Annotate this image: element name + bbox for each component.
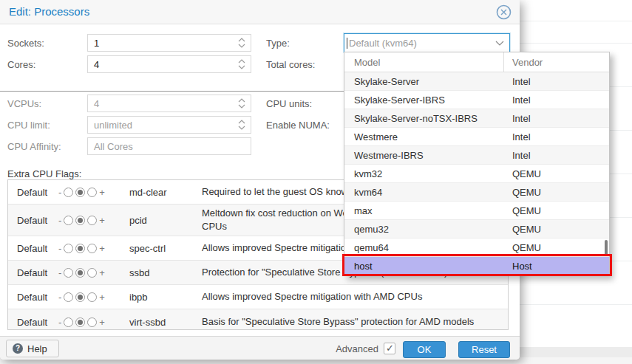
flag-default-radio[interactable]: [75, 317, 85, 327]
slider-plus-label[interactable]: +: [99, 317, 105, 328]
slider-minus-label[interactable]: -: [58, 292, 61, 303]
slider-plus-label[interactable]: +: [99, 187, 105, 198]
flag-state-slider[interactable]: - +: [58, 215, 129, 226]
sockets-field[interactable]: 1: [87, 34, 251, 52]
reset-button[interactable]: Reset: [458, 341, 510, 358]
vcpus-label: VCPUs:: [7, 98, 41, 109]
flag-off-radio[interactable]: [64, 292, 73, 302]
flag-off-radio[interactable]: [64, 317, 73, 327]
advanced-checkbox[interactable]: [384, 343, 395, 354]
model-cell: qemu64: [354, 242, 389, 253]
flag-on-radio[interactable]: [87, 244, 97, 253]
total-cores-label: Total cores:: [266, 59, 315, 70]
spinner-down-icon: [238, 104, 245, 109]
model-cell: Skylake-Server: [354, 76, 419, 87]
vendor-cell: QEMU: [512, 168, 541, 179]
flag-name: spec-ctrl: [129, 243, 202, 254]
flag-on-radio[interactable]: [87, 268, 97, 278]
flag-on-radio[interactable]: [87, 317, 97, 327]
cpu-limit-field[interactable]: unlimited: [87, 116, 251, 134]
model-cell: qemu32: [354, 224, 389, 235]
dropdown-item-kvm32[interactable]: kvm32 QEMU: [344, 165, 609, 183]
flag-default-radio[interactable]: [75, 244, 85, 253]
spinner-down-icon: [238, 126, 245, 130]
dropdown-item-skylake-server-notsx-ibrs[interactable]: Skylake-Server-noTSX-IBRS Intel: [344, 109, 609, 128]
vendor-cell: QEMU: [512, 205, 541, 216]
cpu-affinity-field[interactable]: All Cores: [87, 137, 251, 155]
spinner-up-icon: [238, 59, 245, 63]
cpu-type-dropdown-list: Model Vendor Skylake-Server Intel Skylak…: [344, 52, 610, 276]
slider-plus-label[interactable]: +: [99, 292, 105, 303]
help-button-label: Help: [27, 343, 47, 354]
flag-default-radio[interactable]: [75, 216, 85, 225]
dropdown-item-westmere-ibrs[interactable]: Westmere-IBRS Intel: [344, 146, 609, 165]
flag-name: pcid: [129, 215, 202, 226]
cpu-limit-spinner[interactable]: [238, 117, 247, 133]
flag-default-label: Default: [8, 317, 58, 328]
dropdown-item-qemu32[interactable]: qemu32 QEMU: [344, 220, 609, 238]
flag-state-slider[interactable]: - +: [58, 267, 129, 278]
model-cell: Skylake-Server-noTSX-IBRS: [354, 113, 478, 124]
dialog-header: Edit: Processors: [0, 0, 520, 24]
dropdown-item-max[interactable]: max QEMU: [344, 202, 609, 220]
flag-off-radio[interactable]: [64, 216, 73, 225]
dropdown-item-skylake-server[interactable]: Skylake-Server Intel: [344, 72, 609, 91]
model-cell: kvm64: [354, 187, 382, 198]
slider-minus-label[interactable]: -: [58, 187, 61, 198]
dropdown-item-qemu64[interactable]: qemu64 QEMU: [344, 238, 609, 257]
vendor-column-header[interactable]: Vendor: [512, 57, 543, 68]
chevron-down-icon[interactable]: [495, 41, 504, 46]
slider-plus-label[interactable]: +: [99, 243, 105, 254]
vendor-cell: Intel: [512, 76, 531, 87]
slider-minus-label[interactable]: -: [58, 215, 61, 226]
vendor-cell: Host: [512, 261, 532, 272]
flag-off-radio[interactable]: [64, 244, 73, 253]
vendor-cell: Intel: [512, 95, 531, 106]
flag-on-radio[interactable]: [87, 188, 97, 197]
dialog-title: Edit: Processors: [9, 5, 89, 18]
model-column-header[interactable]: Model: [354, 57, 380, 68]
flag-default-label: Default: [8, 187, 58, 198]
flag-on-radio[interactable]: [87, 216, 97, 225]
spinner-down-icon: [238, 44, 245, 48]
cpu-limit-label: CPU limit:: [7, 120, 50, 131]
cores-value: 4: [94, 59, 99, 70]
flag-row-ibpb: Default - + ibpb Allows improved Spectre…: [8, 285, 508, 309]
flag-on-radio[interactable]: [87, 292, 97, 302]
dropdown-item-host[interactable]: host Host: [344, 257, 609, 275]
slider-minus-label[interactable]: -: [58, 267, 61, 278]
flag-off-radio[interactable]: [64, 188, 73, 197]
flag-description: Allows improved Spectre mitigation with …: [202, 290, 508, 303]
spinner-down-icon: [238, 65, 245, 69]
help-button[interactable]: Help: [6, 340, 59, 357]
slider-plus-label[interactable]: +: [99, 267, 105, 278]
slider-minus-label[interactable]: -: [58, 243, 61, 254]
vendor-cell: Intel: [512, 113, 531, 124]
model-cell: max: [354, 205, 373, 216]
spinner-up-icon: [238, 120, 245, 124]
dropdown-scrollbar-thumb[interactable]: [605, 240, 608, 256]
slider-plus-label[interactable]: +: [99, 215, 105, 226]
cpu-type-combobox[interactable]: Default (kvm64): [344, 33, 510, 52]
vcpus-field[interactable]: 4: [87, 95, 251, 112]
flag-default-radio[interactable]: [75, 292, 85, 302]
sockets-spinner[interactable]: [238, 35, 247, 51]
dropdown-item-skylake-server-ibrs[interactable]: Skylake-Server-IBRS Intel: [344, 91, 609, 109]
flag-default-radio[interactable]: [75, 268, 85, 278]
flag-state-slider[interactable]: - +: [58, 292, 129, 303]
flag-state-slider[interactable]: - +: [58, 317, 129, 328]
cores-field[interactable]: 4: [87, 55, 251, 73]
slider-minus-label[interactable]: -: [58, 317, 61, 328]
flag-off-radio[interactable]: [64, 268, 73, 278]
close-icon[interactable]: [496, 4, 512, 20]
vcpus-spinner[interactable]: [238, 95, 247, 111]
model-cell: Westmere-IBRS: [354, 150, 424, 161]
cores-spinner[interactable]: [238, 56, 247, 72]
dropdown-item-westmere[interactable]: Westmere Intel: [344, 128, 609, 146]
cpu-type-value: Default (kvm64): [349, 38, 417, 49]
flag-state-slider[interactable]: - +: [58, 243, 129, 254]
dropdown-item-kvm64[interactable]: kvm64 QEMU: [344, 183, 609, 202]
ok-button[interactable]: OK: [403, 341, 446, 358]
flag-default-radio[interactable]: [75, 188, 85, 197]
flag-state-slider[interactable]: - +: [58, 187, 129, 198]
